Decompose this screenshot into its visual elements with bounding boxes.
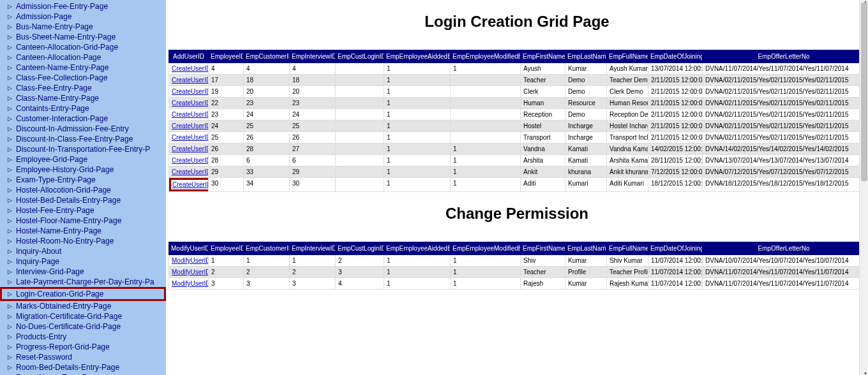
sidebar-item-canteen-allocation-page[interactable]: ▷Canteen-Allocation-Page	[0, 52, 166, 62]
link-cell: CreateUserID	[169, 121, 209, 132]
tree-expand-icon[interactable]: ▷	[8, 84, 12, 92]
sidebar-item-containts-entry-page[interactable]: ▷Containts-Entry-Page	[0, 103, 166, 114]
createuserid-link[interactable]: CreateUserID	[172, 168, 209, 175]
sidebar-item-hostel-name-entry-page[interactable]: ▷Hostel-Name-Entry-Page	[0, 226, 166, 236]
tree-expand-icon[interactable]: ▷	[8, 145, 12, 154]
tree-expand-icon[interactable]: ▷	[8, 114, 12, 123]
modifyuserid-link[interactable]: ModifyUserID	[172, 268, 209, 276]
tree-expand-icon[interactable]: ▷	[8, 2, 12, 11]
cell: 1	[451, 166, 521, 178]
sidebar-item-login-creation-grid-page[interactable]: ▷Login-Creation-Grid-Page	[0, 287, 166, 301]
tree-expand-icon[interactable]: ▷	[8, 257, 12, 266]
createuserid-link[interactable]: CreateUserID	[172, 99, 209, 107]
sidebar-item-products-entry[interactable]: ▷Products-Entry	[0, 332, 166, 342]
sidebar-item-reset-password[interactable]: ▷Reset-Password	[0, 352, 166, 362]
col-EmployeeID: EmployeeID	[209, 242, 244, 255]
createuserid-link[interactable]: CreateUserID	[172, 65, 209, 72]
tree-expand-icon[interactable]: ▷	[8, 22, 12, 31]
sidebar-item-migration-certificate-grid-page[interactable]: ▷Migration-Certificate-Grid-Page	[0, 311, 166, 321]
sidebar-item-hostel-allocotion-grid-page[interactable]: ▷Hostel-Allocotion-Grid-Page	[0, 185, 166, 195]
tree-expand-icon[interactable]: ▷	[8, 342, 12, 351]
sidebar-item-progress-report-grid-page[interactable]: ▷Progress-Report-Grid-Page	[0, 342, 166, 352]
modifyuserid-link[interactable]: ModifyUserID	[172, 257, 209, 264]
sidebar-item-marks-obtained-entry-page[interactable]: ▷Marks-Obtained-Entry-Page	[0, 301, 166, 311]
tree-expand-icon[interactable]: ▷	[8, 104, 12, 113]
tree-expand-icon[interactable]: ▷	[8, 73, 12, 82]
sidebar-item-discount-in-class-fee-entry-page[interactable]: ▷Discount-In-Class-Fee-Entry-Page	[0, 134, 166, 144]
sidebar-item-hostel-bed-details-entry-page[interactable]: ▷Hostel-Bed-Details-Entry-Page	[0, 195, 166, 205]
tree-expand-icon[interactable]: ▷	[8, 165, 12, 174]
tree-expand-icon[interactable]: ▷	[8, 12, 12, 21]
sidebar-item-label: Interview-Grid-Page	[16, 267, 84, 276]
scroll-down-icon[interactable]: ▾	[864, 371, 867, 375]
tree-expand-icon[interactable]: ▷	[8, 267, 12, 276]
scroll-thumb[interactable]	[861, 3, 867, 181]
sidebar-item-employee-grid-page[interactable]: ▷Employee-Grid-Page	[0, 154, 166, 165]
sidebar-item-hostel-floor-name-entry-page[interactable]: ▷Hostel-Floor-Name-Entry-Page	[0, 216, 166, 226]
sidebar-item-inquiry-about[interactable]: ▷Inquiry-About	[0, 246, 166, 256]
tree-expand-icon[interactable]: ▷	[8, 302, 12, 311]
createuserid-link[interactable]: CreateUserID	[172, 181, 209, 188]
sidebar-item-hostel-room-no-entry-page[interactable]: ▷Hostel-Room-No-Entry-Page	[0, 236, 166, 246]
sidebar-item-inquiry-page[interactable]: ▷Inquiry-Page	[0, 256, 166, 267]
tree-expand-icon[interactable]: ▷	[8, 312, 12, 321]
sidebar-item-admission-fee-entry-page[interactable]: ▷Admission-Fee-Entry-Page	[0, 1, 166, 11]
sidebar-item-discount-in-transportation-fee-entry-p[interactable]: ▷Discount-In-Transportation-Fee-Entry-P	[0, 144, 166, 154]
createuserid-link[interactable]: CreateUserID	[172, 134, 209, 141]
tree-expand-icon[interactable]: ▷	[8, 33, 12, 41]
createuserid-link[interactable]: CreateUserID	[172, 122, 209, 129]
createuserid-link[interactable]: CreateUserID	[172, 145, 209, 152]
tree-expand-icon[interactable]: ▷	[8, 63, 12, 72]
tree-expand-icon[interactable]: ▷	[8, 322, 12, 331]
sidebar-item-canteen-allocation-grid-page[interactable]: ▷Canteen-Allocation-Grid-Page	[0, 42, 166, 52]
cell: 1	[384, 109, 451, 121]
vertical-scrollbar[interactable]: ▴ ▾	[859, 0, 868, 375]
sidebar-item-exam-type-entry-page[interactable]: ▷Exam-Type-Entry-Page	[0, 175, 166, 185]
sidebar-item-interview-grid-page[interactable]: ▷Interview-Grid-Page	[0, 267, 166, 277]
sidebar-item-bus-sheet-name-entry-page[interactable]: ▷Bus-Sheet-Name-Entry-Page	[0, 32, 166, 42]
tree-expand-icon[interactable]: ▷	[8, 353, 12, 362]
cell: 20	[244, 86, 290, 98]
sidebar-item-discount-in-admission-fee-entry[interactable]: ▷Discount-In-Admission-Fee-Entry	[0, 124, 166, 134]
sidebar-item-route-name-entry-page[interactable]: ▷Route-Name-Entry-Page	[0, 372, 166, 375]
tree-expand-icon[interactable]: ▷	[8, 332, 12, 341]
tree-expand-icon[interactable]: ▷	[8, 175, 12, 184]
sidebar-item-hostel-fee-entry-page[interactable]: ▷Hostel-Fee-Entry-Page	[0, 205, 166, 216]
sidebar-item-class-fee-collection-page[interactable]: ▷Class-Fee-Collection-Page	[0, 73, 166, 83]
sidebar-item-employee-history-grid-page[interactable]: ▷Employee-History-Grid-Page	[0, 165, 166, 175]
tree-expand-icon[interactable]: ▷	[8, 216, 12, 225]
tree-expand-icon[interactable]: ▷	[8, 196, 12, 205]
tree-expand-icon[interactable]: ▷	[8, 124, 12, 133]
tree-expand-icon[interactable]: ▷	[8, 247, 12, 256]
sidebar-item-class-fee-entry-page[interactable]: ▷Class-Fee-Entry-Page	[0, 83, 166, 93]
tree-expand-icon[interactable]: ▷	[8, 277, 12, 286]
sidebar-item-class-name-entry-page[interactable]: ▷Class-Name-Entry-Page	[0, 93, 166, 103]
tree-expand-icon[interactable]: ▷	[8, 186, 12, 195]
tree-expand-icon[interactable]: ▷	[8, 226, 12, 235]
sidebar-item-room-bed-details-entry-page[interactable]: ▷Room-Bed-Details-Entry-Page	[0, 362, 166, 372]
cell: 3	[244, 278, 290, 290]
sidebar-item-admission-page[interactable]: ▷Admission-Page	[0, 11, 166, 22]
createuserid-link[interactable]: CreateUserID	[172, 77, 209, 84]
tree-expand-icon[interactable]: ▷	[8, 135, 12, 143]
tree-expand-icon[interactable]: ▷	[8, 43, 12, 52]
tree-expand-icon[interactable]: ▷	[8, 206, 12, 215]
sidebar-item-no-dues-certificate-grid-page[interactable]: ▷No-Dues-Certificate-Grid-Page	[0, 321, 166, 332]
tree-expand-icon[interactable]: ▷	[8, 94, 12, 103]
tree-expand-icon[interactable]: ▷	[8, 290, 12, 298]
sidebar-item-canteen-name-entry-page[interactable]: ▷Canteen-Name-Entry-Page	[0, 62, 166, 73]
cell	[451, 132, 521, 143]
createuserid-link[interactable]: CreateUserID	[172, 111, 209, 118]
tree-expand-icon[interactable]: ▷	[8, 363, 12, 372]
sidebar-item-customer-interaction-page[interactable]: ▷Customer-Interaction-Page	[0, 114, 166, 124]
modifyuserid-link[interactable]: ModifyUserID	[172, 280, 209, 287]
tree-expand-icon[interactable]: ▷	[8, 155, 12, 164]
sidebar-item-bus-name-entry-page[interactable]: ▷Bus-Name-Entry-Page	[0, 22, 166, 32]
tree-expand-icon[interactable]: ▷	[8, 53, 12, 62]
tree-expand-icon[interactable]: ▷	[8, 237, 12, 246]
cell: 27	[290, 143, 336, 155]
link-cell: ModifyUserID	[169, 278, 209, 290]
createuserid-link[interactable]: CreateUserID	[172, 157, 209, 164]
sidebar-item-late-payment-charge-per-day-entry-pa[interactable]: ▷Late-Payment-Charge-Per-Day-Entry-Pa	[0, 277, 166, 287]
createuserid-link[interactable]: CreateUserID	[172, 88, 209, 95]
